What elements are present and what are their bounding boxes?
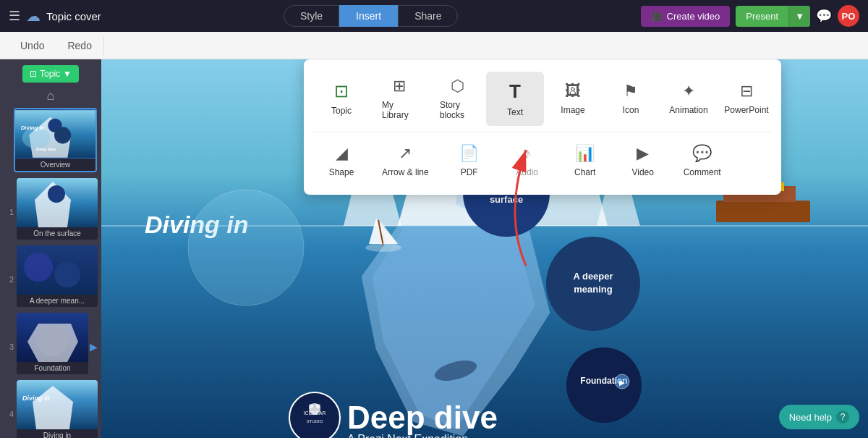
video-insert-icon: ▶ [637, 144, 649, 163]
svg-text:A deeper: A deeper [573, 271, 613, 282]
insert-divider [312, 132, 773, 132]
redo-button[interactable]: Redo [56, 35, 103, 56]
slide-item-4[interactable]: 4 Diving in Diving in [4, 380, 98, 438]
text-insert-label: Text [507, 107, 523, 117]
icon-insert-icon: ⚑ [624, 82, 638, 101]
insert-arrowline-item[interactable]: ↗ Arrow & line [370, 135, 441, 186]
animation-insert-label: Animation [669, 105, 707, 115]
help-icon: ? [836, 410, 849, 424]
audio-insert-icon: ♪ [523, 144, 531, 163]
topbar-left: ☰ ☁ Topic cover [9, 7, 101, 25]
icon-insert-label: Icon [623, 105, 639, 115]
slides-sidebar: ⊡ Topic ▼ ⌂ Diving inDeep dive Overview … [0, 59, 101, 438]
home-icon[interactable]: ⌂ [47, 88, 55, 104]
shape-insert-icon: ◢ [336, 144, 348, 163]
comment-insert-label: Comment [684, 167, 721, 177]
slide-label-overview: Overview [15, 159, 95, 171]
insert-icon-item[interactable]: ⚑ Icon [602, 73, 660, 124]
slide-label-4: Diving in [17, 429, 98, 438]
svg-point-5 [54, 127, 71, 143]
svg-text:A Prezi Next Expedition: A Prezi Next Expedition [347, 433, 468, 438]
topic-icon: ⊡ [30, 69, 37, 79]
insert-shape-item[interactable]: ◢ Shape [312, 135, 370, 186]
pdf-insert-icon: 📄 [459, 144, 479, 163]
app-title: Topic cover [46, 10, 101, 22]
powerpoint-insert-icon: ⊟ [740, 82, 753, 101]
svg-rect-29 [716, 201, 810, 222]
chart-insert-icon: 📊 [575, 144, 595, 163]
present-dropdown-arrow[interactable]: ▼ [788, 6, 810, 27]
insert-topic-item[interactable]: ⊡ Topic [312, 72, 370, 125]
slide-item-2[interactable]: 2 A deeper mean... [4, 245, 98, 313]
insert-animation-item[interactable]: ✦ Animation [660, 73, 718, 124]
insert-text-item[interactable]: T Text [486, 72, 544, 126]
svg-text:Deep dive: Deep dive [36, 147, 56, 151]
mylibrary-insert-icon: ⊞ [393, 77, 406, 96]
arrowline-insert-label: Arrow & line [382, 167, 429, 177]
slide-label-2: A deeper mean... [17, 295, 98, 307]
insert-row-2: ◢ Shape ↗ Arrow & line 📄 PDF ♪ Audio 📊 [312, 135, 773, 186]
powerpoint-insert-label: PowerPoint [724, 105, 768, 115]
share-tab[interactable]: Share [398, 5, 458, 27]
image-insert-label: Image [561, 105, 584, 115]
audio-insert-label: Audio [516, 167, 538, 177]
svg-marker-25 [373, 226, 535, 429]
slide-item-3[interactable]: 3 Foundation ▶ [4, 313, 98, 380]
cloud-icon: ☁ [26, 7, 41, 25]
topic-insert-label: Topic [331, 106, 352, 116]
topic-insert-icon: ⊡ [334, 81, 349, 101]
slide-label-3: Foundation [17, 362, 88, 374]
camera-icon: 🎥 [651, 11, 663, 22]
insert-chart-item[interactable]: 📊 Chart [556, 135, 614, 186]
slide-play-icon[interactable]: ▶ [90, 341, 98, 353]
svg-point-56 [309, 404, 313, 408]
slide-label-1: On the surface [17, 227, 98, 240]
topic-button[interactable]: ⊡ Topic ▼ [22, 65, 79, 83]
insert-row-1: ⊡ Topic ⊞ My Library ⬡ Story blocks T Te… [312, 68, 773, 129]
secondbar: Undo Redo [0, 32, 868, 59]
topbar-nav: Style Insert Share [284, 5, 459, 27]
insert-comment-item[interactable]: 💬 Comment [672, 135, 733, 186]
shape-insert-label: Shape [329, 167, 354, 177]
svg-point-9 [48, 185, 65, 203]
style-tab[interactable]: Style [284, 5, 339, 27]
topbar-right: 🎥 Create video Present ▼ 💬 PO [641, 5, 859, 27]
comment-insert-icon: 💬 [692, 144, 712, 163]
pdf-insert-label: PDF [461, 167, 478, 177]
svg-point-12 [54, 261, 80, 287]
slide-item-overview[interactable]: Diving inDeep dive Overview [4, 108, 98, 178]
hamburger-icon[interactable]: ☰ [9, 8, 20, 24]
video-insert-label: Video [631, 167, 653, 177]
insert-storyblocks-item[interactable]: ⬡ Story blocks [428, 68, 486, 129]
mylibrary-insert-label: My Library [382, 100, 417, 120]
present-button[interactable]: Present ▼ [736, 6, 810, 27]
image-insert-icon: 🖼 [565, 82, 581, 101]
slide-item-1[interactable]: 1 On the surface [4, 178, 98, 245]
svg-text:meaning: meaning [574, 284, 613, 295]
insert-audio-item[interactable]: ♪ Audio [498, 135, 556, 186]
create-video-button[interactable]: 🎥 Create video [641, 6, 731, 27]
insert-image-item[interactable]: 🖼 Image [544, 73, 602, 124]
svg-text:▶: ▶ [619, 379, 625, 387]
svg-point-40 [188, 190, 304, 306]
main-layout: ⊡ Topic ▼ ⌂ Diving inDeep dive Overview … [0, 59, 868, 438]
canvas-area[interactable]: ⊡ Topic ⊞ My Library ⬡ Story blocks T Te… [101, 59, 868, 438]
insert-powerpoint-item[interactable]: ⊟ PowerPoint [718, 73, 775, 124]
comment-icon[interactable]: 💬 [816, 8, 832, 24]
storyblocks-insert-label: Story blocks [440, 100, 475, 120]
svg-text:surface: surface [490, 194, 523, 205]
animation-insert-icon: ✦ [682, 82, 695, 101]
user-avatar[interactable]: PO [838, 5, 859, 27]
svg-point-11 [24, 253, 53, 282]
arrowline-insert-icon: ↗ [399, 144, 412, 163]
svg-text:Deep dive: Deep dive [347, 400, 498, 435]
chart-insert-label: Chart [574, 167, 595, 177]
insert-tab[interactable]: Insert [339, 5, 398, 27]
storyblocks-insert-icon: ⬡ [451, 77, 464, 96]
need-help-button[interactable]: Need help ? [779, 405, 859, 429]
insert-pdf-item[interactable]: 📄 PDF [441, 135, 498, 186]
topbar: ☰ ☁ Topic cover Style Insert Share 🎥 Cre… [0, 0, 868, 32]
undo-button[interactable]: Undo [9, 35, 56, 56]
insert-video-item[interactable]: ▶ Video [614, 135, 672, 186]
insert-mylibrary-item[interactable]: ⊞ My Library [370, 68, 428, 129]
